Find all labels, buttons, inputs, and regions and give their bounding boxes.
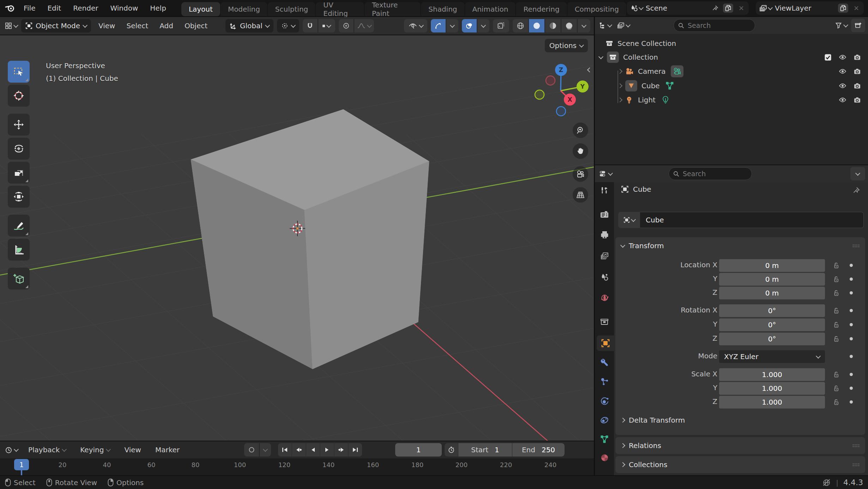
- shading-solid-button[interactable]: [529, 19, 544, 32]
- tab-constraints[interactable]: [597, 412, 612, 428]
- panel-grip-icon[interactable]: [852, 244, 860, 248]
- tab-render[interactable]: [597, 207, 612, 222]
- breadcrumb-object-name[interactable]: Cube: [633, 185, 651, 193]
- frame-start-field[interactable]: Start 1: [458, 443, 512, 457]
- menu-file[interactable]: File: [18, 4, 41, 12]
- outliner-search-input[interactable]: [687, 21, 741, 30]
- expand-collections-icon[interactable]: [620, 462, 625, 467]
- hide-viewport-icon[interactable]: [839, 97, 846, 103]
- menu-select[interactable]: Select: [122, 22, 152, 30]
- tab-modeling[interactable]: Modeling: [221, 2, 268, 16]
- properties-options-dropdown[interactable]: [850, 167, 865, 180]
- pan-button[interactable]: [573, 143, 588, 159]
- disable-render-icon[interactable]: [854, 83, 861, 89]
- tool-select-box[interactable]: [8, 61, 30, 83]
- pin-icon[interactable]: [712, 5, 719, 12]
- pin-id-icon[interactable]: [852, 186, 860, 194]
- tool-add-cube[interactable]: [8, 268, 30, 290]
- gizmo-dropdown[interactable]: [446, 19, 458, 32]
- zoom-button[interactable]: [573, 123, 588, 138]
- playhead[interactable]: 1: [14, 459, 29, 470]
- timeline-ruler[interactable]: 20 40 60 80 100 120 140 160 180 200 220 …: [0, 458, 594, 475]
- tab-output[interactable]: [597, 227, 612, 243]
- timeline-editor-type-button[interactable]: [3, 446, 20, 454]
- toggle-ortho-button[interactable]: [573, 187, 588, 203]
- outliner-row-camera[interactable]: Camera: [595, 65, 868, 78]
- menu-add[interactable]: Add: [156, 22, 177, 30]
- menu-edit[interactable]: Edit: [41, 4, 67, 12]
- outliner-filter-button[interactable]: [834, 22, 848, 29]
- animate-dot[interactable]: [850, 278, 853, 281]
- object-name-field[interactable]: Cube: [640, 212, 864, 228]
- tool-scale[interactable]: [8, 162, 30, 184]
- shading-rendered-button[interactable]: [561, 19, 577, 32]
- animate-dot[interactable]: [850, 309, 853, 312]
- relations-panel-title[interactable]: Relations: [629, 441, 661, 450]
- viewlayer-name[interactable]: ViewLayer: [775, 4, 834, 12]
- rotation-mode-dropdown[interactable]: XYZ Euler: [719, 350, 825, 363]
- rotation-x-field[interactable]: 0°: [719, 304, 825, 317]
- menu-playback[interactable]: Playback: [22, 446, 72, 454]
- show-hide-dropdown[interactable]: [404, 19, 427, 32]
- properties-search-input[interactable]: [682, 169, 736, 178]
- previous-keyframe-button[interactable]: [292, 443, 306, 457]
- camera-view-button[interactable]: [573, 166, 588, 182]
- tab-texture-paint[interactable]: Texture Paint: [364, 2, 421, 16]
- collections-panel-title[interactable]: Collections: [629, 460, 667, 469]
- tool-annotate[interactable]: [8, 215, 30, 237]
- outliner-item-label[interactable]: Scene Collection: [617, 39, 676, 48]
- animate-dot[interactable]: [850, 400, 853, 404]
- xray-toggle[interactable]: [493, 19, 509, 32]
- frame-end-field[interactable]: End 250: [512, 443, 565, 457]
- tool-rotate[interactable]: [8, 138, 30, 160]
- navigation-gizmo[interactable]: Z Y X: [529, 60, 591, 122]
- current-frame-field[interactable]: 1: [395, 443, 442, 457]
- rotation-z-field[interactable]: 0°: [719, 333, 825, 345]
- object-id-dropdown[interactable]: [618, 212, 640, 228]
- collapse-transform-icon[interactable]: [620, 243, 625, 248]
- mode-dropdown[interactable]: Object Mode: [21, 19, 91, 32]
- auto-keyframe-toggle[interactable]: [244, 443, 259, 457]
- shading-material-button[interactable]: [545, 19, 561, 32]
- tool-cursor[interactable]: [8, 85, 30, 107]
- tab-uv-editing[interactable]: UV Editing: [316, 2, 364, 16]
- outliner-item-label[interactable]: Collection: [623, 53, 658, 61]
- scene-name[interactable]: Scene: [646, 4, 709, 12]
- lock-icon[interactable]: [833, 276, 839, 283]
- properties-editor-type-button[interactable]: [598, 170, 614, 177]
- menu-view-timeline[interactable]: View: [118, 446, 147, 454]
- collapse-sidebar-icon[interactable]: [588, 65, 591, 73]
- editor-type-button[interactable]: [4, 22, 18, 29]
- outliner-search[interactable]: [674, 19, 755, 32]
- scale-x-field[interactable]: 1.000: [719, 368, 825, 381]
- autokey-dropdown[interactable]: [260, 443, 271, 457]
- proportional-editing-toggle[interactable]: [339, 19, 354, 32]
- tab-particles[interactable]: [597, 374, 612, 389]
- lock-icon[interactable]: [833, 371, 839, 378]
- tab-layout[interactable]: Layout: [181, 2, 221, 16]
- tool-transform[interactable]: [8, 186, 30, 208]
- lock-icon[interactable]: [833, 321, 839, 328]
- blender-logo-icon[interactable]: [5, 4, 16, 13]
- menu-window[interactable]: Window: [104, 4, 144, 12]
- pivot-point-dropdown[interactable]: [277, 19, 299, 32]
- scene-selector[interactable]: Scene ✕: [627, 1, 749, 15]
- menu-keying[interactable]: Keying: [74, 446, 116, 454]
- jump-to-start-button[interactable]: [278, 443, 291, 457]
- tab-scene[interactable]: [597, 269, 612, 285]
- hide-viewport-icon[interactable]: [839, 54, 846, 60]
- tab-physics[interactable]: [597, 393, 612, 409]
- location-y-field[interactable]: 0 m: [719, 273, 825, 286]
- animate-dot[interactable]: [850, 373, 853, 376]
- panel-grip-icon[interactable]: [852, 444, 860, 447]
- animate-dot[interactable]: [850, 355, 853, 358]
- tab-animation[interactable]: Animation: [465, 2, 516, 16]
- tab-view-layer[interactable]: [597, 248, 612, 264]
- panel-grip-icon[interactable]: [852, 463, 860, 466]
- viewlayer-selector[interactable]: ViewLayer ✕: [756, 1, 864, 15]
- disable-render-icon[interactable]: [854, 97, 861, 103]
- lock-icon[interactable]: [833, 399, 839, 406]
- tab-sculpting[interactable]: Sculpting: [268, 2, 316, 16]
- show-overlays-toggle[interactable]: [462, 19, 477, 32]
- scale-z-field[interactable]: 1.000: [719, 396, 825, 409]
